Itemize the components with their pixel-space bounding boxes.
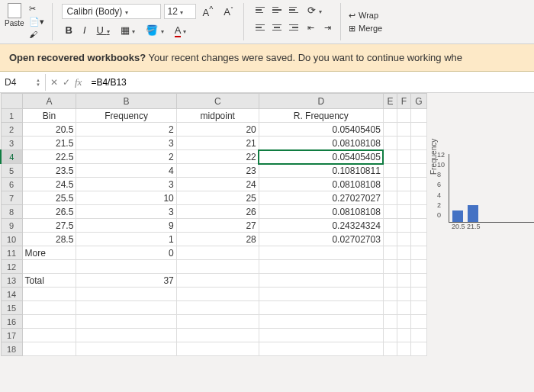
cell[interactable] bbox=[410, 288, 426, 301]
cell[interactable] bbox=[76, 288, 176, 301]
cell[interactable] bbox=[259, 329, 383, 342]
font-name-select[interactable]: Calibri (Body) ▾ bbox=[62, 4, 161, 19]
row-header[interactable]: 16 bbox=[1, 315, 22, 329]
cell[interactable] bbox=[383, 260, 397, 274]
cell[interactable]: 22.5 bbox=[22, 150, 76, 164]
cell[interactable]: 0.08108108 bbox=[259, 205, 383, 219]
cell[interactable] bbox=[410, 233, 426, 246]
cell[interactable] bbox=[76, 342, 176, 356]
cell[interactable] bbox=[383, 123, 397, 137]
cell[interactable] bbox=[397, 178, 410, 191]
cell[interactable]: 4 bbox=[76, 164, 176, 178]
cell[interactable] bbox=[22, 301, 76, 315]
cell[interactable] bbox=[383, 274, 397, 288]
cell[interactable]: Bin bbox=[22, 109, 76, 123]
row-header[interactable]: 13 bbox=[1, 274, 22, 288]
cell[interactable] bbox=[176, 315, 259, 329]
row-header[interactable]: 2 bbox=[1, 123, 22, 137]
cell[interactable] bbox=[410, 109, 426, 123]
cell[interactable] bbox=[410, 260, 426, 274]
cell[interactable] bbox=[383, 150, 397, 164]
cell[interactable] bbox=[76, 301, 176, 315]
decrease-indent-button[interactable]: ⇤ bbox=[304, 21, 317, 34]
cell[interactable]: 3 bbox=[76, 137, 176, 150]
bold-button[interactable]: B bbox=[62, 23, 76, 37]
cell[interactable]: 24 bbox=[176, 178, 259, 191]
cell[interactable]: 28 bbox=[176, 233, 259, 246]
cell[interactable] bbox=[397, 205, 410, 219]
cell[interactable] bbox=[259, 274, 383, 288]
cell[interactable]: 3 bbox=[76, 178, 176, 191]
cell[interactable] bbox=[410, 246, 426, 260]
font-color-button[interactable]: A ▾ bbox=[171, 23, 191, 37]
row-header[interactable]: 9 bbox=[1, 219, 22, 233]
fx-icon[interactable]: fx bbox=[75, 76, 82, 88]
row-header[interactable]: 1 bbox=[1, 109, 22, 123]
select-all-corner[interactable] bbox=[1, 94, 22, 109]
cell[interactable] bbox=[410, 137, 426, 150]
cell[interactable] bbox=[259, 342, 383, 356]
cell[interactable] bbox=[410, 219, 426, 233]
cell[interactable] bbox=[259, 260, 383, 274]
cell[interactable]: 0.02702703 bbox=[259, 233, 383, 246]
cell[interactable] bbox=[397, 233, 410, 246]
align-left-button[interactable] bbox=[253, 21, 267, 34]
cell[interactable]: 0.24324324 bbox=[259, 219, 383, 233]
wrap-text-button[interactable]: ↩ Wrap bbox=[349, 11, 382, 21]
cell[interactable]: 27 bbox=[176, 219, 259, 233]
align-bottom-button[interactable] bbox=[287, 3, 301, 17]
cell[interactable] bbox=[397, 342, 410, 356]
cell[interactable] bbox=[410, 164, 426, 178]
spreadsheet-grid[interactable]: A B C D E F G 1BinFrequencymidpointR. Fr… bbox=[0, 93, 427, 356]
cell[interactable]: Total bbox=[22, 274, 76, 288]
row-header[interactable]: 7 bbox=[1, 191, 22, 205]
row-header[interactable]: 18 bbox=[1, 342, 22, 356]
cell[interactable] bbox=[383, 246, 397, 260]
cell[interactable] bbox=[383, 178, 397, 191]
paste-button[interactable]: Paste bbox=[5, 3, 24, 40]
cell[interactable]: 25.5 bbox=[22, 191, 76, 205]
cell[interactable]: midpoint bbox=[176, 109, 259, 123]
cell[interactable] bbox=[397, 191, 410, 205]
col-header-A[interactable]: A bbox=[22, 94, 76, 109]
align-center-button[interactable] bbox=[270, 21, 284, 34]
italic-button[interactable]: I bbox=[79, 23, 90, 37]
cell[interactable] bbox=[176, 301, 259, 315]
cell[interactable]: 37 bbox=[76, 274, 176, 288]
cell[interactable]: 23 bbox=[176, 164, 259, 178]
cell[interactable] bbox=[259, 315, 383, 329]
cell[interactable]: 22 bbox=[176, 150, 259, 164]
format-painter-button[interactable]: 🖌 bbox=[27, 29, 46, 40]
shrink-font-button[interactable]: A˅ bbox=[220, 5, 237, 19]
borders-button[interactable]: ▦ ▾ bbox=[117, 23, 140, 37]
cell[interactable]: 23.5 bbox=[22, 164, 76, 178]
row-header[interactable]: 8 bbox=[1, 205, 22, 219]
row-header[interactable]: 11 bbox=[1, 246, 22, 260]
cell[interactable]: 26.5 bbox=[22, 205, 76, 219]
align-right-button[interactable] bbox=[287, 21, 301, 34]
row-header[interactable]: 3 bbox=[1, 137, 22, 150]
col-header-B[interactable]: B bbox=[76, 94, 176, 109]
cell[interactable]: 10 bbox=[76, 191, 176, 205]
cancel-formula-button[interactable]: ✕ bbox=[50, 77, 58, 88]
cell[interactable] bbox=[397, 301, 410, 315]
cell[interactable]: 2 bbox=[76, 123, 176, 137]
cell[interactable] bbox=[397, 219, 410, 233]
fill-color-button[interactable]: 🪣 ▾ bbox=[142, 23, 168, 37]
cell[interactable] bbox=[383, 164, 397, 178]
cell[interactable] bbox=[383, 233, 397, 246]
cell[interactable] bbox=[383, 191, 397, 205]
cell[interactable] bbox=[410, 205, 426, 219]
cell[interactable] bbox=[176, 329, 259, 342]
cut-button[interactable]: ✂ bbox=[27, 3, 46, 14]
align-middle-button[interactable] bbox=[270, 3, 284, 17]
cell[interactable]: 21 bbox=[176, 137, 259, 150]
cell[interactable]: 20 bbox=[176, 123, 259, 137]
cell[interactable] bbox=[22, 329, 76, 342]
cell[interactable] bbox=[383, 205, 397, 219]
orientation-button[interactable]: ⟳ ▾ bbox=[304, 3, 326, 18]
cell[interactable]: 3 bbox=[76, 205, 176, 219]
col-header-E[interactable]: E bbox=[383, 94, 397, 109]
cell[interactable] bbox=[397, 274, 410, 288]
col-header-F[interactable]: F bbox=[397, 94, 410, 109]
